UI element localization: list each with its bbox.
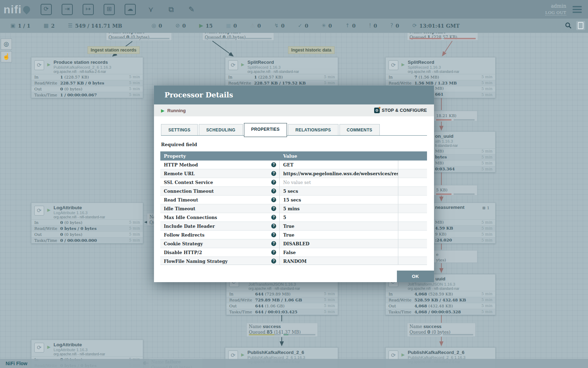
refresh-icon[interactable]: ⟳ (412, 22, 417, 29)
status-not-transmitting: ⊘0 (175, 22, 186, 29)
breadcrumb[interactable]: NiFi Flow (6, 361, 27, 366)
dialog-status-row: ▶ Running ⚙ STOP & CONFIGURE (154, 104, 434, 116)
invalid-icon: ⚠ (250, 22, 255, 29)
property-value[interactable]: No value set (280, 178, 398, 186)
stopped-icon: ■ (226, 22, 231, 29)
panel-toggle-icon[interactable] (576, 21, 585, 30)
processor-stat-row: Read/Write0 bytes / 0 bytes5 min (31, 225, 143, 231)
property-row: Cookie Strategy?DISABLED (160, 239, 427, 248)
output-port-icon[interactable]: ↦ (83, 4, 94, 15)
processor[interactable]: ⟳▶Produce station recordsPublishKafkaRec… (31, 57, 143, 98)
processor-bundle: org.apache.nifi - nifi-standard-nar (248, 287, 300, 291)
processor-stat-row: In0 (0 bytes)5 min (31, 219, 143, 225)
help-icon[interactable]: ? (271, 232, 276, 237)
flow-label[interactable]: Ingest station records (88, 46, 140, 54)
property-name: Remote URL? (160, 169, 280, 178)
property-name: Idle Timeout? (160, 204, 280, 213)
property-value[interactable]: False (280, 248, 398, 257)
processor-stat-row: Read/Write228.57 KB / 179.52 KB5 min (225, 80, 338, 86)
flow-label[interactable]: Ingest historic data (288, 46, 335, 54)
property-value[interactable]: https://www.pegelonline.wsv.de/webservic… (280, 169, 398, 178)
processor-bundle: org.apache.nifi - nifi-standard-nar (54, 352, 105, 356)
compass-palette-button[interactable]: ◎ (1, 39, 12, 50)
connection-label[interactable]: Name successQueued 85 (141.37 MB) (246, 323, 318, 337)
connection-label[interactable]: Name successQueued 0 (0 bytes) (407, 323, 476, 337)
search-icon[interactable] (565, 22, 572, 29)
property-name: Include Date Header? (160, 222, 280, 230)
processor-name: LogAttribute (54, 205, 82, 210)
property-row: Read Timeout?15 secs (160, 196, 427, 204)
help-icon[interactable]: ? (271, 162, 276, 167)
processor-name: SplitRecord (247, 60, 274, 65)
running-icon: ▶ (401, 352, 405, 357)
property-value[interactable]: True (280, 231, 398, 239)
help-icon[interactable]: ? (271, 259, 276, 264)
template-icon[interactable]: ⧉ (166, 4, 176, 15)
stop-and-configure-button[interactable]: ⚙ STOP & CONFIGURE (374, 108, 427, 113)
breadcrumb-bar: NiFi Flow (0, 359, 588, 368)
property-row: Include Date Header?True (160, 222, 427, 231)
help-icon[interactable]: ? (271, 180, 276, 185)
property-value[interactable]: 5 secs (280, 187, 398, 195)
processor-name: PublishKafkaRecord_2_6 (247, 350, 304, 355)
help-icon[interactable]: ? (271, 250, 276, 255)
stale-icon: ↑ (345, 22, 350, 29)
processor-icon: ⟳ (228, 60, 238, 70)
tab-properties[interactable]: PROPERTIES (244, 123, 287, 137)
running-icon: ▶ (401, 62, 405, 67)
current-user: admin (545, 3, 566, 9)
help-icon[interactable]: ? (271, 215, 276, 220)
tab-relationships[interactable]: RELATIONSHIPS (288, 124, 338, 135)
property-value[interactable]: 5 (280, 213, 398, 222)
tab-scheduling[interactable]: SCHEDULING (199, 124, 243, 135)
property-row: HTTP Method?GET (160, 161, 427, 169)
property-name: Cookie Strategy? (160, 239, 280, 248)
help-icon[interactable]: ? (271, 171, 276, 176)
global-menu-icon[interactable] (571, 5, 583, 14)
processor-type: SplitRecord 1.16.3 (408, 65, 441, 69)
tab-settings[interactable]: SETTINGS (161, 124, 198, 135)
locally-modified-icon: ✳ (322, 22, 326, 29)
ok-button[interactable]: OK (397, 271, 434, 282)
funnel-icon[interactable]: ⋎ (146, 4, 156, 15)
help-icon[interactable]: ? (271, 189, 276, 193)
status-up-to-date: ✓0 (298, 22, 308, 29)
sync-failure-icon: ? (390, 22, 393, 29)
locally-modified-stale-icon: ! (369, 22, 371, 29)
processor-stat-row: In644 (729.89 MB)5 min (226, 291, 338, 297)
processor-stat-row: Tasks/Time0 / 00:00:00.0005 min (31, 237, 143, 243)
processor-text-fragment: 9 KB) (435, 232, 447, 237)
processor-text-fragment: MB) (435, 161, 444, 165)
processor-text-fragment: neasurement (435, 205, 464, 210)
processor-text-fragment: MB) (435, 149, 444, 154)
status-active-threads: ▣1 / 1 (10, 22, 30, 29)
processor-bundle: org.apache.nifi - nifi-kafka-2-6-nar (54, 70, 106, 74)
property-value[interactable]: True (280, 222, 398, 230)
help-icon[interactable]: ? (271, 224, 276, 229)
processor[interactable]: ⟳▶LogAttributeLogAttribute 1.16.3org.apa… (31, 203, 143, 244)
help-icon[interactable]: ? (271, 197, 276, 202)
disabled-icon: ↯ (274, 22, 279, 29)
status-transmitting: ◎0 (152, 22, 162, 29)
label-icon[interactable]: ✎ (186, 4, 197, 15)
property-value[interactable]: RANDOM (280, 257, 398, 265)
active-threads-icon: ▣ (10, 22, 15, 29)
property-value[interactable]: 5 mins (280, 204, 398, 213)
processor-stat-row: Out644 (1.06 GB)5 min (226, 303, 338, 309)
processor-icon[interactable]: ⟳ (41, 4, 52, 15)
property-value[interactable]: GET (280, 161, 398, 169)
running-state-icon: ▶ (161, 108, 164, 113)
hand-palette-button[interactable]: ☝ (1, 51, 12, 62)
tab-comments[interactable]: COMMENTS (340, 124, 380, 135)
logout-link[interactable]: LOG OUT (545, 10, 566, 15)
property-value[interactable]: 15 secs (280, 196, 398, 204)
property-value[interactable]: DISABLED (280, 239, 398, 248)
up-to-date-icon: ✓ (298, 22, 302, 29)
process-group-icon[interactable]: ⊞ (104, 4, 115, 15)
header-right: admin LOG OUT (545, 3, 583, 15)
help-icon[interactable]: ? (271, 241, 276, 246)
remote-process-group-icon[interactable]: ☁ (125, 4, 136, 15)
processor-name: LogAttribute (54, 342, 82, 347)
input-port-icon[interactable]: ⇥ (62, 4, 73, 15)
help-icon[interactable]: ? (271, 206, 276, 211)
